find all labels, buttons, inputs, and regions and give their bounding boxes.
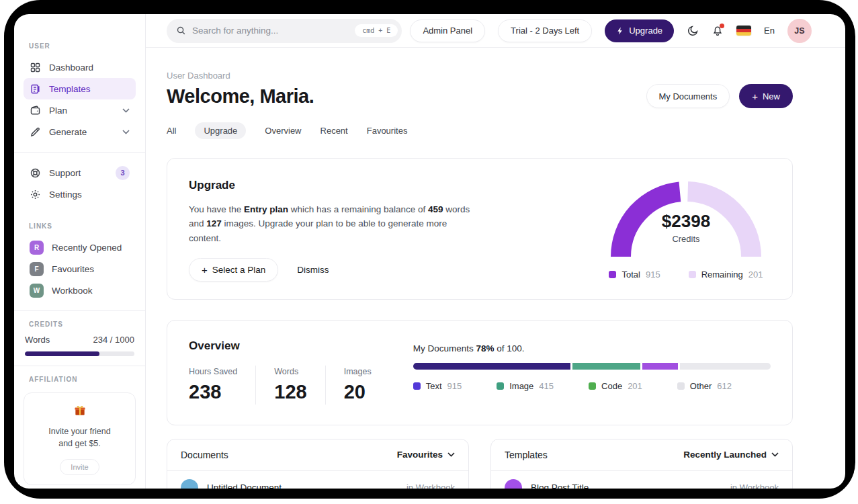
support-badge: 3	[116, 166, 130, 180]
stacked-bar	[413, 363, 771, 370]
new-button-label: New	[763, 91, 780, 101]
content-column: cmd + E Admin Panel Trial - 2 Days Left …	[146, 14, 845, 489]
sidebar-item-label: Templates	[49, 84, 91, 94]
sidebar-item-templates[interactable]: Templates	[24, 78, 136, 99]
legend-swatch	[589, 382, 596, 390]
legend-value: 612	[717, 381, 732, 391]
documents-card: Documents Favourites Untitled Document i…	[167, 439, 469, 489]
credits-gauge: $2398 Credits Total 915 Remaining	[604, 179, 768, 282]
tab-all[interactable]: All	[167, 126, 176, 136]
user-avatar[interactable]: JS	[787, 19, 812, 43]
sidebar-section-affiliation: AFFILIATION	[29, 376, 136, 383]
bottom-cards: Documents Favourites Untitled Document i…	[167, 439, 793, 489]
topbar: cmd + E Admin Panel Trial - 2 Days Left …	[146, 14, 845, 48]
tab-upgrade[interactable]: Upgrade	[195, 122, 246, 139]
sidebar-link-workbook[interactable]: W Workbook	[24, 280, 136, 301]
upgrade-card: Upgrade You have the Entry plan which ha…	[167, 158, 793, 300]
search-bar[interactable]: cmd + E	[167, 19, 402, 43]
page-title: Welcome, Maria.	[167, 85, 314, 108]
sidebar-link-recently-opened[interactable]: R Recently Opened	[24, 237, 136, 258]
plus-icon: +	[202, 264, 208, 276]
credits-progress-fill	[25, 351, 99, 356]
link-initial-avatar: F	[30, 262, 44, 276]
tab-favourites[interactable]: Favourites	[367, 126, 408, 136]
sidebar-divider	[14, 366, 145, 366]
my-documents-button[interactable]: My Documents	[646, 84, 730, 108]
legend-swatch	[413, 382, 421, 390]
template-avatar	[505, 479, 522, 489]
upgrade-button[interactable]: Upgrade	[605, 19, 674, 42]
select-plan-button[interactable]: + Select a Plan	[189, 258, 278, 282]
admin-panel-button[interactable]: Admin Panel	[410, 19, 485, 42]
tab-overview[interactable]: Overview	[265, 126, 301, 136]
upgrade-card-paragraph: You have the Entry plan which has a rema…	[189, 202, 479, 245]
dark-mode-toggle[interactable]	[687, 25, 699, 37]
breadcrumb: User Dashboard	[167, 71, 793, 81]
affiliation-text-line1: Invite your friend	[32, 425, 127, 437]
document-name: Untitled Document	[207, 482, 282, 489]
sidebar-item-support[interactable]: Support 3	[24, 162, 136, 183]
search-shortcut: cmd + E	[355, 24, 398, 37]
document-location: in Workbook	[406, 482, 455, 489]
affiliation-card: Invite your friend and get $5. Invite	[24, 392, 136, 485]
stat-hours-saved: Hours Saved 238	[189, 367, 237, 403]
dismiss-button[interactable]: Dismiss	[297, 265, 329, 275]
legend-item-total: Total 915	[609, 269, 660, 280]
notification-dot	[720, 24, 724, 28]
german-flag-icon[interactable]	[736, 26, 751, 36]
document-row[interactable]: Untitled Document in Workbook	[167, 471, 468, 489]
credits-words-value: 234 / 1000	[93, 335, 134, 345]
credits-progress-track	[25, 351, 134, 356]
stat-words: Words 128	[274, 367, 306, 403]
legend-item-other: Other612	[677, 381, 732, 391]
sidebar-link-favourites[interactable]: F Favourites	[24, 258, 136, 280]
documents-card-title: Documents	[181, 450, 228, 460]
main-content: User Dashboard Welcome, Maria. My Docume…	[146, 48, 845, 489]
credits-words-label: Words	[25, 335, 50, 345]
sidebar-item-label: Settings	[49, 190, 82, 200]
template-location: in Workbook	[730, 482, 779, 489]
sidebar-item-label: Plan	[49, 106, 67, 116]
templates-filter-dropdown[interactable]: Recently Launched	[683, 450, 779, 460]
legend-swatch	[609, 271, 616, 278]
sidebar-link-label: Favourites	[52, 264, 94, 274]
search-icon	[176, 26, 186, 36]
legend-swatch	[677, 382, 685, 390]
sidebar-item-settings[interactable]: Settings	[24, 183, 136, 205]
language-label[interactable]: En	[764, 26, 775, 36]
tab-recent[interactable]: Recent	[320, 126, 348, 136]
template-row[interactable]: Blog Post Title in Workbook	[491, 471, 792, 489]
legend-value: 415	[539, 381, 554, 391]
sidebar-link-label: Recently Opened	[52, 243, 122, 253]
chevron-down-icon	[122, 130, 130, 134]
legend-item-text: Text915	[413, 381, 462, 391]
notifications-button[interactable]	[712, 25, 724, 37]
sidebar-item-generate[interactable]: Generate	[24, 121, 136, 142]
invite-button[interactable]: Invite	[60, 459, 99, 475]
sidebar-item-plan[interactable]: Plan	[24, 99, 136, 121]
legend-value: 201	[628, 381, 642, 391]
gauge-label: Credits	[608, 234, 764, 244]
bolt-icon	[616, 26, 624, 36]
device-frame: USER Dashboard Templates Plan Generate S…	[4, 0, 855, 499]
documents-filter-dropdown[interactable]: Favourites	[397, 450, 455, 460]
upgrade-card-title: Upgrade	[189, 179, 479, 192]
sidebar-section-links: LINKS	[29, 222, 136, 230]
trial-badge[interactable]: Trial - 2 Days Left	[498, 19, 592, 42]
sidebar: USER Dashboard Templates Plan Generate S…	[14, 14, 146, 489]
overview-stats: Hours Saved 238 Words 128 Images 20	[189, 366, 372, 405]
sidebar-section-user: USER	[29, 42, 136, 50]
legend-label: Other	[690, 381, 712, 391]
legend-label: Code	[601, 381, 622, 391]
template-name: Blog Post Title	[531, 482, 589, 489]
new-button[interactable]: + New	[739, 84, 793, 108]
search-input[interactable]	[192, 26, 349, 36]
documents-progress-caption: My Documents 78% of 100.	[413, 343, 771, 353]
gauge-legend: Total 915 Remaining 201	[609, 269, 763, 280]
legend-item-remaining: Remaining 201	[689, 269, 763, 280]
templates-card: Templates Recently Launched Blog Post Ti…	[490, 439, 793, 489]
pencil-icon	[30, 126, 41, 138]
templates-card-title: Templates	[505, 450, 548, 460]
sidebar-item-dashboard[interactable]: Dashboard	[24, 56, 136, 78]
chevron-down-icon	[447, 452, 455, 457]
